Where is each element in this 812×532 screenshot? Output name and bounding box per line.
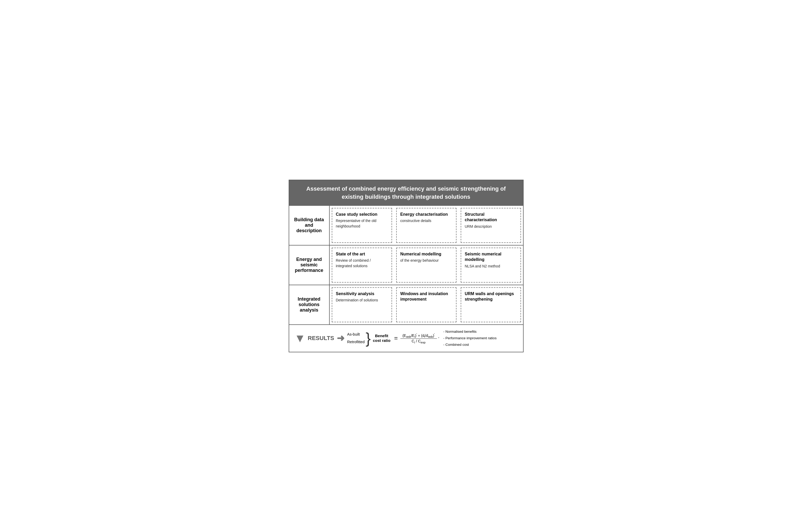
cell-r1c1: Case study selection Representative of t… bbox=[330, 206, 394, 245]
diagram-container: Assessment of combined energy efficiency… bbox=[289, 180, 524, 352]
fraction-denominator: Ci / Cexp bbox=[409, 339, 427, 344]
cell-r2c2-inner: Numerical modelling of the energy behavi… bbox=[396, 248, 456, 283]
benefit-cost-block: Benefitcost ratio bbox=[373, 334, 390, 343]
cell-r2c3: Seismic numerical modelling NLSA and N2 … bbox=[459, 246, 523, 285]
right-row-2: State of the art Review of combined / in… bbox=[330, 246, 523, 285]
cell-r1c3-sub: URM description bbox=[465, 224, 517, 229]
cell-r3c3: URM walls and openings strengthening bbox=[459, 285, 523, 324]
fraction-outer-prime: ′ bbox=[438, 336, 439, 340]
results-section: ▼ RESULTS ➜ As-built Retrofitted } Benef… bbox=[289, 324, 523, 352]
left-cell-row3: Integrated solutions analysis bbox=[289, 285, 329, 324]
cell-r2c1: State of the art Review of combined / in… bbox=[330, 246, 394, 285]
fraction-numerator: (Easb/Ei)′ + (di/dasb)′ bbox=[401, 333, 437, 339]
results-bullets: - Normalised benefits - Performance impr… bbox=[443, 328, 496, 348]
results-right-arrow: ➜ bbox=[337, 333, 345, 344]
bullet-1: - Normalised benefits bbox=[443, 328, 496, 335]
cell-r1c3-title: Structural characterisation bbox=[465, 212, 517, 223]
cell-r1c1-title: Case study selection bbox=[336, 212, 388, 217]
cell-r3c2: Windows and insulation improvement bbox=[394, 285, 459, 324]
results-asbuilt: As-built bbox=[347, 331, 365, 338]
cell-r2c1-inner: State of the art Review of combined / in… bbox=[332, 248, 392, 283]
cell-r3c3-title: URM walls and openings strengthening bbox=[465, 291, 517, 302]
cell-r2c3-sub: NLSA and N2 method bbox=[465, 264, 517, 269]
results-down-arrow: ▼ bbox=[294, 333, 306, 344]
cell-r1c3: Structural characterisation URM descript… bbox=[459, 206, 523, 245]
cell-r3c1: Sensitivity analysis Determination of so… bbox=[330, 285, 394, 324]
left-label-row2: Energy and seismic performance bbox=[292, 257, 326, 273]
cell-r1c3-inner: Structural characterisation URM descript… bbox=[461, 208, 521, 243]
cell-r1c2: Energy characterisation constructive det… bbox=[394, 206, 459, 245]
cell-r2c1-title: State of the art bbox=[336, 251, 388, 257]
left-cell-row2: Energy and seismic performance bbox=[289, 246, 329, 285]
cell-r1c2-inner: Energy characterisation constructive det… bbox=[396, 208, 456, 243]
results-label: RESULTS bbox=[308, 335, 334, 341]
bullet-3: - Combined cost bbox=[443, 341, 496, 348]
right-row-3: Sensitivity analysis Determination of so… bbox=[330, 285, 523, 324]
header-title-line2: existing buildings through integrated so… bbox=[342, 194, 470, 200]
results-retrofitted: Retrofitted bbox=[347, 338, 365, 346]
right-columns: Case study selection Representative of t… bbox=[330, 206, 523, 324]
cell-r2c3-title: Seismic numerical modelling bbox=[465, 251, 517, 263]
cell-r1c1-sub: Representative of the old neighbourhood bbox=[336, 218, 388, 229]
header-title-line1: Assessment of combined energy efficiency… bbox=[306, 185, 506, 192]
diagram-body: Building data and description Energy and… bbox=[289, 206, 523, 324]
cell-r3c1-sub: Determination of solutions bbox=[336, 297, 388, 303]
right-row-1: Case study selection Representative of t… bbox=[330, 206, 523, 246]
cell-r3c2-inner: Windows and insulation improvement bbox=[396, 287, 456, 322]
left-label-row3: Integrated solutions analysis bbox=[292, 296, 326, 313]
cell-r2c2-title: Numerical modelling bbox=[401, 251, 452, 257]
bullet-2: - Performance improvement ratios bbox=[443, 335, 496, 341]
results-bracket: } bbox=[366, 331, 371, 346]
cell-r3c2-title: Windows and insulation improvement bbox=[401, 291, 452, 302]
benefit-cost-title: Benefitcost ratio bbox=[373, 334, 390, 343]
cell-r3c1-inner: Sensitivity analysis Determination of so… bbox=[332, 287, 392, 322]
cell-r3c3-inner: URM walls and openings strengthening bbox=[461, 287, 521, 322]
cell-r2c1-sub: Review of combined / integrated solution… bbox=[336, 258, 388, 268]
cell-r1c2-sub: constructive details bbox=[401, 218, 452, 223]
cell-r2c2: Numerical modelling of the energy behavi… bbox=[394, 246, 459, 285]
left-label-row1: Building data and description bbox=[292, 217, 326, 234]
cell-r2c2-sub: of the energy behaviour bbox=[401, 258, 452, 263]
header-box: Assessment of combined energy efficiency… bbox=[289, 180, 523, 206]
cell-r3c1-title: Sensitivity analysis bbox=[336, 291, 388, 297]
equals-sign: = bbox=[394, 335, 398, 342]
cell-r1c2-title: Energy characterisation bbox=[401, 212, 452, 217]
results-fraction: (Easb/Ei)′ + (di/dasb)′ Ci / Cexp bbox=[401, 333, 437, 344]
cell-r2c3-inner: Seismic numerical modelling NLSA and N2 … bbox=[461, 248, 521, 283]
left-column: Building data and description Energy and… bbox=[289, 206, 330, 324]
cell-r1c1-inner: Case study selection Representative of t… bbox=[332, 208, 392, 243]
left-cell-row1: Building data and description bbox=[289, 206, 329, 246]
results-asbuilt-col: As-built Retrofitted bbox=[347, 331, 365, 346]
